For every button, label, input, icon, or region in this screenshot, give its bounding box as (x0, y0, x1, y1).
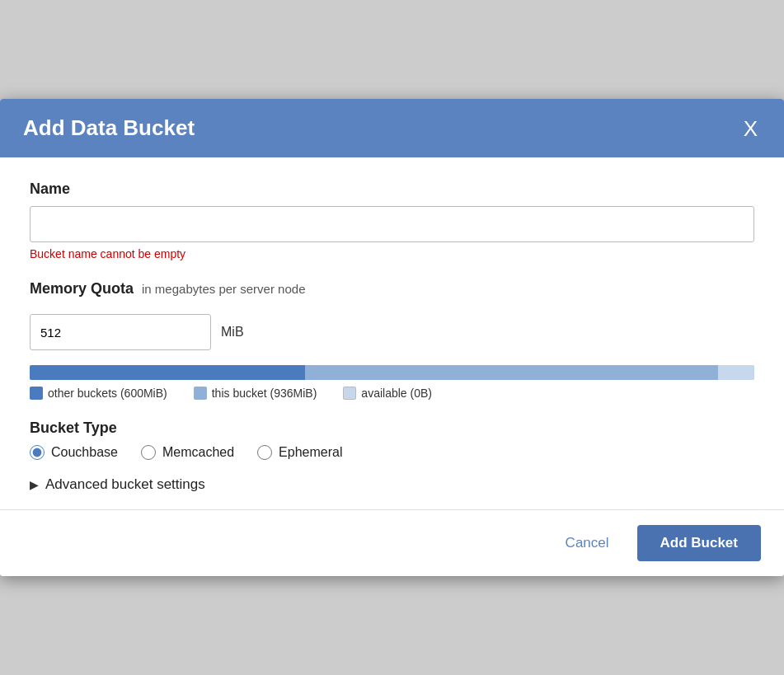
name-input[interactable] (30, 206, 754, 242)
progress-bar-track (30, 365, 754, 380)
dialog-title: Add Data Bucket (23, 115, 195, 141)
progress-bar-section: other buckets (600MiB) this bucket (936M… (30, 365, 754, 400)
legend-this-bucket: this bucket (936MiB) (194, 387, 317, 400)
radio-couchbase[interactable]: Couchbase (30, 445, 118, 460)
bucket-type-section: Bucket Type Couchbase Memcached Ephemera… (30, 420, 754, 460)
legend-label-available: available (0B) (361, 387, 432, 400)
radio-ephemeral-label: Ephemeral (279, 445, 342, 460)
mib-unit-label: MiB (221, 325, 244, 340)
radio-couchbase-input[interactable] (30, 445, 45, 460)
legend-label-this: this bucket (936MiB) (212, 387, 317, 400)
dialog-header: Add Data Bucket X (0, 99, 784, 157)
close-button[interactable]: X (740, 118, 761, 139)
radio-ephemeral-input[interactable] (257, 445, 272, 460)
legend-color-this (194, 387, 207, 400)
radio-memcached-input[interactable] (141, 445, 156, 460)
add-bucket-button[interactable]: Add Bucket (637, 525, 761, 561)
radio-couchbase-label: Couchbase (51, 445, 118, 460)
name-label: Name (30, 180, 754, 198)
radio-ephemeral[interactable]: Ephemeral (257, 445, 342, 460)
dialog-body: Name Bucket name cannot be empty Memory … (0, 157, 784, 509)
add-data-bucket-dialog: Add Data Bucket X Name Bucket name canno… (0, 99, 784, 576)
memory-quota-label-row: Memory Quota in megabytes per server nod… (30, 280, 754, 306)
bucket-type-radio-group: Couchbase Memcached Ephemeral (30, 445, 754, 460)
progress-other-buckets (30, 365, 305, 380)
progress-legend: other buckets (600MiB) this bucket (936M… (30, 387, 754, 400)
legend-label-other: other buckets (600MiB) (48, 387, 167, 400)
legend-other-buckets: other buckets (600MiB) (30, 387, 167, 400)
legend-available: available (0B) (343, 387, 432, 400)
radio-memcached-label: Memcached (162, 445, 234, 460)
progress-this-bucket (305, 365, 718, 380)
memory-quota-section: Memory Quota in megabytes per server nod… (30, 280, 754, 350)
memory-quota-input[interactable] (30, 314, 211, 350)
advanced-settings-toggle[interactable]: ▶ Advanced bucket settings (30, 476, 754, 493)
name-error: Bucket name cannot be empty (30, 247, 754, 260)
memory-quota-input-row: MiB (30, 314, 754, 350)
radio-memcached[interactable]: Memcached (141, 445, 234, 460)
memory-quota-sublabel: in megabytes per server node (142, 282, 305, 296)
cancel-button[interactable]: Cancel (551, 527, 624, 560)
advanced-settings-label: Advanced bucket settings (45, 476, 205, 493)
progress-available (718, 365, 754, 380)
arrow-right-icon: ▶ (30, 478, 39, 491)
memory-quota-label: Memory Quota (30, 280, 134, 298)
bucket-type-label: Bucket Type (30, 420, 754, 437)
legend-color-other (30, 387, 43, 400)
dialog-footer: Cancel Add Bucket (0, 509, 784, 576)
legend-color-available (343, 387, 356, 400)
